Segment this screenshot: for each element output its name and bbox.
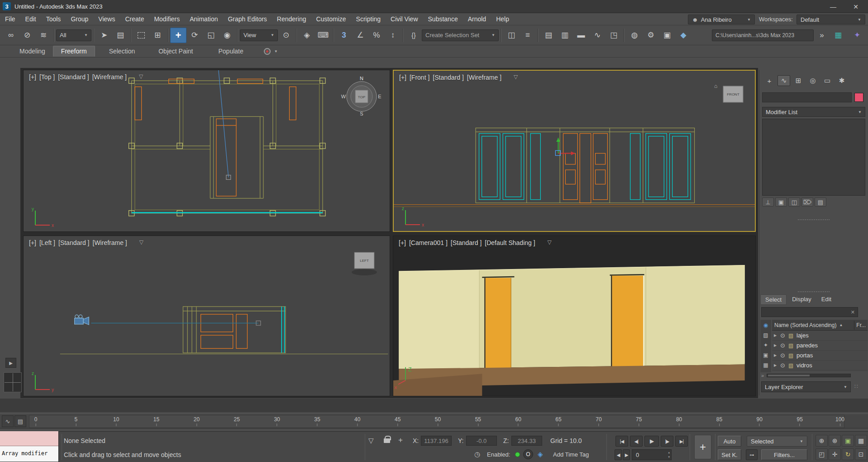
select-and-link-icon[interactable]: ∞ xyxy=(3,28,19,43)
key-mode-toggle-icon[interactable]: ⊶ xyxy=(746,449,758,460)
isolate-selection-icon[interactable]: ▽ xyxy=(368,437,374,445)
modify-tab-icon[interactable]: ∿ xyxy=(777,75,790,86)
signed-in-user-button[interactable]: ☻ Ana Ribeiro ▼ xyxy=(688,14,755,24)
explorer-horizontal-scrollbar[interactable]: » xyxy=(760,372,868,379)
object-name[interactable]: portas xyxy=(796,352,813,359)
maxscript-mini-listener[interactable]: Array modifier xyxy=(0,431,59,462)
go-to-end-button[interactable]: ▶| xyxy=(675,436,688,447)
toolbar-flyout-button[interactable]: ▶ xyxy=(5,358,16,368)
tab-selection[interactable]: Selection xyxy=(101,46,143,56)
set-keys-button[interactable]: + xyxy=(694,435,711,459)
viewport-menu-shading[interactable]: [Wireframe ] xyxy=(93,239,127,246)
tab-edit[interactable]: Edit xyxy=(817,294,836,305)
spinner-up-icon[interactable]: ▴ xyxy=(668,450,670,455)
filter-helper-icon[interactable]: ▦ xyxy=(761,361,770,370)
tab-modeling[interactable]: Modeling xyxy=(12,46,53,56)
degradation-override-button[interactable]: O xyxy=(523,449,533,459)
menu-item-group[interactable]: Group xyxy=(66,13,93,25)
absolute-mode-icon[interactable]: + xyxy=(398,436,403,445)
percent-snap-toggle-icon[interactable]: % xyxy=(368,28,385,43)
viewcube[interactable]: ⌂ FRONT xyxy=(711,81,749,109)
toggle-layer-explorer-icon[interactable]: ▥ xyxy=(557,28,573,43)
ribbon-record-icon[interactable] xyxy=(264,48,271,55)
viewport-menu-renderer[interactable]: [Standard ] xyxy=(451,239,482,246)
explorer-row[interactable]: ▶⊙▧lajes xyxy=(772,331,868,341)
viewport-menu-plus[interactable]: [+] xyxy=(399,74,406,81)
per-view-filter-icon[interactable]: ▽ xyxy=(548,239,552,246)
listener-macro-row[interactable] xyxy=(0,431,58,446)
eye-icon[interactable]: ⊙ xyxy=(780,362,788,369)
workspace-select[interactable]: Default ▼ xyxy=(796,14,865,24)
menu-item-modifiers[interactable]: Modifiers xyxy=(149,13,185,25)
asset-library-icon[interactable]: ▦ xyxy=(830,28,846,43)
remove-modifier-icon[interactable]: ⌦ xyxy=(801,197,813,207)
rendered-frame-window-icon[interactable]: ▣ xyxy=(659,28,675,43)
go-to-start-button[interactable]: |◀ xyxy=(615,436,628,447)
menu-item-substance[interactable]: Substance xyxy=(423,13,463,25)
viewport-menu-pov[interactable]: [Left ] xyxy=(39,239,55,246)
explorer-overflow-icon[interactable]: » xyxy=(761,373,764,378)
zoom-extents-all-icon[interactable]: ▦ xyxy=(855,435,867,447)
panel-resize-grip[interactable]: ∷ xyxy=(854,383,858,390)
menu-item-customize[interactable]: Customize xyxy=(311,13,351,25)
zoom-icon[interactable]: ⊕ xyxy=(816,435,828,447)
expand-icon[interactable]: ▶ xyxy=(774,343,780,347)
viewport-menu-pov[interactable]: [Top ] xyxy=(39,73,55,81)
menu-item-create[interactable]: Create xyxy=(120,13,149,25)
align-icon[interactable]: ≡ xyxy=(520,28,536,43)
edit-named-selection-sets-icon[interactable]: {} xyxy=(405,28,422,43)
menu-item-arnold[interactable]: Arnold xyxy=(463,13,491,25)
track-list-icon[interactable]: ▤ xyxy=(14,415,26,427)
filter-light-icon[interactable]: ✦ xyxy=(761,341,770,350)
filter-camera-icon[interactable]: ▣ xyxy=(761,351,770,360)
maximize-viewport-toggle-icon[interactable]: ⊡ xyxy=(855,448,867,460)
curve-editor-icon[interactable]: ∿ xyxy=(589,28,606,43)
menu-item-tools[interactable]: Tools xyxy=(41,13,66,25)
viewport-menu-shading[interactable]: [Wireframe ] xyxy=(92,73,127,81)
menu-item-views[interactable]: Views xyxy=(93,13,120,25)
select-and-place-icon[interactable]: ◉ xyxy=(219,28,235,43)
make-unique-icon[interactable]: ◫ xyxy=(788,197,800,207)
configure-modifier-sets-icon[interactable]: ▤ xyxy=(815,197,826,207)
select-and-move-icon[interactable]: + xyxy=(170,28,186,43)
project-folder-field[interactable]: C:\Users\aninh...s\3ds Max 2023 xyxy=(712,29,814,41)
viewcube[interactable]: TOP N W E S xyxy=(341,75,382,116)
render-production-icon[interactable]: ◆ xyxy=(675,28,692,43)
per-view-filter-icon[interactable]: ▽ xyxy=(514,74,518,81)
toggle-ribbon-icon[interactable]: ▬ xyxy=(573,28,589,43)
tab-populate[interactable]: Populate xyxy=(210,46,251,56)
spinner-snap-toggle-icon[interactable]: ↕ xyxy=(385,28,401,43)
mini-curve-editor-icon[interactable]: ∿ xyxy=(2,415,14,427)
clear-search-icon[interactable]: ✕ xyxy=(851,309,855,315)
ribbon-dropdown-icon[interactable]: ▼ xyxy=(274,49,278,53)
snap-toggle-3d-icon[interactable]: 3 xyxy=(336,28,352,43)
eye-icon[interactable]: ⊙ xyxy=(780,352,788,359)
time-configuration-icon[interactable]: ◷ xyxy=(474,450,480,458)
x-coordinate-field[interactable]: 1137.196 xyxy=(421,436,452,446)
menu-item-graph-editors[interactable]: Graph Editors xyxy=(223,13,272,25)
minimize-button[interactable]: — xyxy=(823,0,844,13)
expand-icon[interactable]: ▶ xyxy=(774,333,780,337)
viewport-menu-plus[interactable]: [+] xyxy=(399,239,406,246)
z-coordinate-field[interactable]: 234.33 xyxy=(511,436,542,446)
pan-icon[interactable]: ✛ xyxy=(829,448,841,460)
viewport-layout-tabs-button[interactable] xyxy=(4,372,22,392)
viewport-front[interactable]: [+] [Front ] [Standard ] [Wireframe ] ▽ … xyxy=(393,70,756,232)
set-key-button[interactable]: Set K. xyxy=(718,449,741,460)
select-object-icon[interactable]: ➤ xyxy=(96,28,112,43)
menu-item-file[interactable]: File xyxy=(0,13,20,25)
create-tab-icon[interactable]: + xyxy=(763,75,776,86)
angle-snap-toggle-icon[interactable]: ∠ xyxy=(352,28,368,43)
panel-splitter[interactable] xyxy=(798,219,830,220)
rectangular-selection-region-icon[interactable] xyxy=(133,28,149,43)
current-frame-field[interactable]: 0 ▴▾ xyxy=(632,449,672,460)
object-name[interactable]: lajes xyxy=(796,332,809,339)
y-coordinate-field[interactable]: -0.0 xyxy=(466,436,497,446)
menu-item-rendering[interactable]: Rendering xyxy=(272,13,311,25)
schematic-view-icon[interactable]: ◳ xyxy=(606,28,622,43)
pin-stack-icon[interactable]: ⊥ xyxy=(762,197,774,207)
key-filters-button[interactable]: Filters... xyxy=(761,449,807,460)
viewport-menu-renderer[interactable]: [Standard ] xyxy=(433,74,464,81)
object-name[interactable]: paredes xyxy=(796,342,818,349)
auto-key-button[interactable]: Auto xyxy=(718,436,741,447)
